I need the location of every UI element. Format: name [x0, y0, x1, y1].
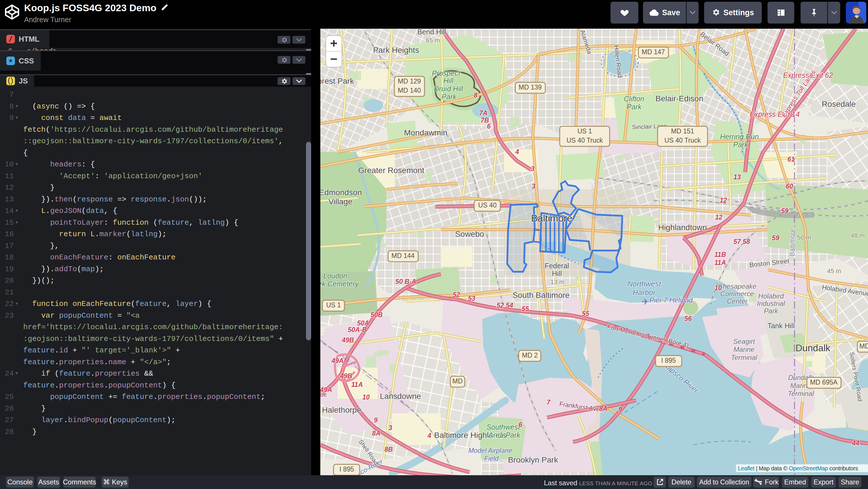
- svg-text:Clifton: Clifton: [624, 95, 644, 103]
- svg-text:Hill: Hill: [443, 77, 454, 85]
- svg-text:57 58: 57 58: [733, 238, 750, 246]
- svg-text:10: 10: [362, 393, 370, 401]
- svg-text:50 B-A: 50 B-A: [396, 278, 416, 285]
- svg-text:9: 9: [374, 416, 378, 424]
- svg-text:Park: Park: [764, 307, 778, 315]
- svg-text:MD 695A: MD 695A: [810, 379, 838, 386]
- svg-text:✈: ✈: [642, 297, 649, 306]
- svg-text:6: 6: [519, 421, 522, 428]
- svg-text:Pier 7 Helipad: Pier 7 Helipad: [650, 296, 693, 304]
- svg-text:US 1: US 1: [577, 127, 592, 135]
- svg-text:Park: Park: [627, 103, 642, 111]
- svg-text:52 54: 52 54: [497, 302, 513, 309]
- svg-text:50A-B: 50A-B: [348, 326, 367, 333]
- svg-text:Seagirt: Seagirt: [733, 337, 755, 345]
- svg-text:US 1: US 1: [326, 301, 341, 309]
- svg-text:11B: 11B: [714, 251, 726, 258]
- svg-text:8A: 8A: [599, 405, 608, 412]
- svg-text:4: 4: [515, 148, 519, 156]
- svg-text:US 40 Truck: US 40 Truck: [664, 137, 701, 144]
- svg-text:MD 129: MD 129: [398, 77, 421, 85]
- svg-text:Sowebo: Sowebo: [455, 230, 484, 238]
- svg-text:11A: 11A: [351, 381, 363, 388]
- svg-text:12: 12: [715, 214, 722, 221]
- svg-text:Leaflet | Map data © OpenStree: Leaflet | Map data © OpenStreetMap contr…: [738, 465, 858, 471]
- svg-text:Bend Hill: Bend Hill: [417, 29, 446, 36]
- svg-text:I 895: I 895: [339, 465, 354, 473]
- svg-text:Marine: Marine: [733, 346, 754, 353]
- svg-text:Edmondson: Edmondson: [320, 188, 362, 197]
- svg-text:55: 55: [582, 310, 590, 317]
- svg-text:9: 9: [619, 405, 622, 413]
- svg-text:6: 6: [487, 123, 491, 130]
- svg-text:12: 12: [720, 197, 727, 204]
- svg-text:MD 151: MD 151: [671, 127, 694, 135]
- svg-text:Holabird: Holabird: [758, 292, 784, 300]
- svg-text:MD 2: MD 2: [522, 352, 538, 359]
- svg-text:3: 3: [532, 183, 536, 190]
- svg-text:Halethorpe: Halethorpe: [322, 405, 361, 414]
- svg-text:Field: Field: [484, 455, 499, 462]
- svg-text:Commerce: Commerce: [720, 290, 754, 298]
- svg-text:Terminal: Terminal: [731, 354, 757, 361]
- svg-text:Federal: Federal: [545, 262, 569, 270]
- svg-text:Prospect: Prospect: [432, 69, 461, 77]
- svg-text:Herring Run: Herring Run: [720, 133, 759, 141]
- svg-text:Baltimore: Baltimore: [788, 228, 796, 256]
- svg-text:10: 10: [714, 284, 722, 292]
- svg-text:MD: MD: [859, 343, 868, 350]
- svg-text:Rosedale: Rosedale: [822, 100, 856, 108]
- svg-text:50 m: 50 m: [797, 234, 811, 241]
- svg-text:53: 53: [468, 295, 475, 302]
- svg-text:11A: 11A: [714, 259, 726, 266]
- svg-text:Industrial: Industrial: [757, 300, 785, 307]
- svg-text:Express Exit 14: Express Exit 14: [750, 110, 800, 118]
- svg-text:Druid Hill: Druid Hill: [434, 85, 463, 93]
- svg-text:Loudon: Loudon: [323, 272, 347, 280]
- svg-text:52: 52: [453, 291, 460, 298]
- svg-text:Park Cemetery: Park Cemetery: [320, 280, 359, 288]
- svg-text:Harbor: Harbor: [632, 288, 656, 297]
- svg-text:56: 56: [684, 315, 692, 322]
- svg-text:8B: 8B: [384, 446, 393, 453]
- svg-text:MD 144: MD 144: [392, 252, 415, 259]
- svg-text:Baltimore: Baltimore: [531, 213, 572, 224]
- svg-text:8A: 8A: [372, 430, 380, 437]
- svg-text:Tank Hill: Tank Hill: [768, 322, 795, 330]
- svg-text:7: 7: [547, 399, 551, 406]
- svg-text:61: 61: [787, 156, 795, 163]
- svg-text:60: 60: [786, 183, 793, 190]
- svg-text:Brooklyn Park: Brooklyn Park: [508, 455, 558, 464]
- svg-text:Park: Park: [733, 141, 748, 149]
- svg-text:45 m: 45 m: [827, 267, 841, 274]
- svg-text:Center: Center: [727, 297, 748, 305]
- svg-text:13: 13: [733, 173, 741, 181]
- svg-text:MD 139: MD 139: [519, 84, 542, 91]
- svg-text:49B: 49B: [342, 336, 354, 344]
- svg-text:MD 147: MD 147: [642, 48, 665, 56]
- svg-text:Belair-Edison: Belair-Edison: [656, 94, 704, 103]
- svg-text:Model Airplane: Model Airplane: [468, 447, 513, 454]
- svg-text:49B: 49B: [340, 372, 352, 380]
- svg-text:Area Park: Area Park: [488, 431, 521, 439]
- svg-text:Southwest: Southwest: [487, 423, 520, 431]
- svg-text:Chesapeake: Chesapeake: [718, 282, 756, 290]
- svg-text:Hill: Hill: [552, 269, 562, 278]
- svg-text:I 895: I 895: [661, 357, 676, 364]
- svg-text:7A: 7A: [479, 109, 487, 117]
- svg-text:US 40 Truck: US 40 Truck: [567, 137, 603, 144]
- svg-text:50B: 50B: [371, 311, 383, 319]
- svg-text:48 m: 48 m: [851, 232, 865, 239]
- svg-text:59: 59: [772, 234, 779, 241]
- svg-text:3: 3: [389, 424, 392, 432]
- svg-text:Village: Village: [329, 197, 352, 206]
- svg-text:49A: 49A: [320, 386, 332, 393]
- svg-text:44: 44: [851, 439, 859, 447]
- svg-text:MD 140: MD 140: [398, 87, 421, 94]
- svg-text:59: 59: [781, 207, 788, 215]
- svg-text:South Baltimore: South Baltimore: [513, 291, 569, 300]
- svg-text:Park: Park: [441, 93, 457, 101]
- svg-text:65 m: 65 m: [426, 37, 440, 44]
- svg-text:Greater Rosemont: Greater Rosemont: [358, 166, 425, 175]
- svg-text:US 40: US 40: [478, 201, 497, 209]
